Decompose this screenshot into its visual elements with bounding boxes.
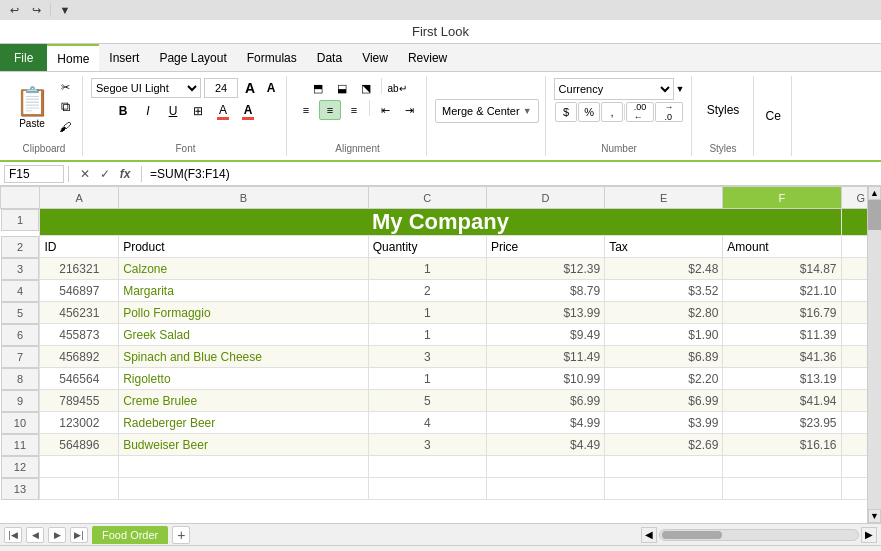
font-name-select[interactable]: Segoe UI Light: [91, 78, 201, 98]
cell-a13[interactable]: [40, 478, 119, 500]
sheet-nav-next-button[interactable]: ▶: [48, 527, 66, 543]
right-align-button[interactable]: ≡: [343, 100, 365, 120]
sheet-nav-prev-button[interactable]: ◀: [26, 527, 44, 543]
col-header-d[interactable]: D: [486, 187, 604, 209]
cell-a12[interactable]: [40, 456, 119, 478]
cell-a5[interactable]: 456231: [40, 302, 119, 324]
cell-a6[interactable]: 455873: [40, 324, 119, 346]
cell-d8[interactable]: $10.99: [486, 368, 604, 390]
cell-d12[interactable]: [486, 456, 604, 478]
redo-button[interactable]: ↪: [26, 2, 46, 18]
cell-c4[interactable]: 2: [368, 280, 486, 302]
header-amount[interactable]: Amount: [723, 236, 841, 258]
styles-button[interactable]: Styles: [703, 99, 744, 121]
cell-b3[interactable]: Calzone: [119, 258, 369, 280]
page-layout-menu-item[interactable]: Page Layout: [149, 44, 236, 71]
cell-e10[interactable]: $3.99: [605, 412, 723, 434]
cell-a3[interactable]: 216321: [40, 258, 119, 280]
cell-d6[interactable]: $9.49: [486, 324, 604, 346]
comma-button[interactable]: ,: [601, 102, 623, 122]
dec-dec-button[interactable]: →.0: [655, 102, 683, 122]
col-header-c[interactable]: C: [368, 187, 486, 209]
cell-b6[interactable]: Greek Salad: [119, 324, 369, 346]
font-color-button[interactable]: A: [237, 100, 259, 122]
cell-d11[interactable]: $4.49: [486, 434, 604, 456]
border-button[interactable]: ⊞: [187, 100, 209, 122]
cell-a11[interactable]: 564896: [40, 434, 119, 456]
review-menu-item[interactable]: Review: [398, 44, 457, 71]
font-grow-button[interactable]: A: [241, 78, 259, 98]
copy-button[interactable]: ⧉: [54, 98, 76, 116]
bot-align-button[interactable]: ⬔: [355, 78, 377, 98]
dollar-button[interactable]: $: [555, 102, 577, 122]
cell-e5[interactable]: $2.80: [605, 302, 723, 324]
cell-d5[interactable]: $13.99: [486, 302, 604, 324]
formula-function-button[interactable]: fx: [117, 166, 133, 182]
cell-f9[interactable]: $41.94: [723, 390, 841, 412]
title-cell[interactable]: My Company: [40, 209, 841, 236]
scrollbar-track[interactable]: [868, 200, 881, 509]
fill-color-button[interactable]: A: [212, 100, 234, 122]
formula-input[interactable]: [146, 167, 877, 181]
vertical-scrollbar[interactable]: ▲ ▼: [867, 186, 881, 523]
formula-cancel-button[interactable]: ✕: [77, 166, 93, 182]
cell-d4[interactable]: $8.79: [486, 280, 604, 302]
cell-a10[interactable]: 123002: [40, 412, 119, 434]
sheet-tab-food-order[interactable]: Food Order: [92, 526, 168, 544]
col-header-f[interactable]: F: [723, 187, 841, 209]
cell-c13[interactable]: [368, 478, 486, 500]
cell-a8[interactable]: 546564: [40, 368, 119, 390]
cell-f12[interactable]: [723, 456, 841, 478]
cell-b9[interactable]: Creme Brulee: [119, 390, 369, 412]
formula-confirm-button[interactable]: ✓: [97, 166, 113, 182]
cell-a7[interactable]: 456892: [40, 346, 119, 368]
header-price[interactable]: Price: [486, 236, 604, 258]
cell-b7[interactable]: Spinach and Blue Cheese: [119, 346, 369, 368]
font-shrink-button[interactable]: A: [262, 78, 280, 98]
header-product[interactable]: Product: [119, 236, 369, 258]
cell-f5[interactable]: $16.79: [723, 302, 841, 324]
home-menu-item[interactable]: Home: [47, 44, 99, 71]
scroll-up-button[interactable]: ▲: [868, 186, 881, 200]
cell-f6[interactable]: $11.39: [723, 324, 841, 346]
number-format-dropdown[interactable]: ▼: [676, 84, 685, 94]
h-scrollbar[interactable]: [659, 529, 859, 541]
cell-c12[interactable]: [368, 456, 486, 478]
font-size-input[interactable]: [204, 78, 238, 98]
undo-button[interactable]: ↩: [4, 2, 24, 18]
bold-button[interactable]: B: [112, 100, 134, 122]
format-painter-button[interactable]: 🖌: [54, 118, 76, 136]
cell-f10[interactable]: $23.95: [723, 412, 841, 434]
formulas-menu-item[interactable]: Formulas: [237, 44, 307, 71]
cell-d3[interactable]: $12.39: [486, 258, 604, 280]
cell-f7[interactable]: $41.36: [723, 346, 841, 368]
cell-e12[interactable]: [605, 456, 723, 478]
left-align-button[interactable]: ≡: [295, 100, 317, 120]
cell-f11[interactable]: $16.16: [723, 434, 841, 456]
scroll-down-button[interactable]: ▼: [868, 509, 881, 523]
wrap-text-button[interactable]: ab↵: [386, 78, 408, 98]
cell-b12[interactable]: [119, 456, 369, 478]
cell-b13[interactable]: [119, 478, 369, 500]
cell-e13[interactable]: [605, 478, 723, 500]
cell-a9[interactable]: 789455: [40, 390, 119, 412]
cell-c8[interactable]: 1: [368, 368, 486, 390]
header-id[interactable]: ID: [40, 236, 119, 258]
col-header-a[interactable]: A: [40, 187, 119, 209]
cell-b11[interactable]: Budweiser Beer: [119, 434, 369, 456]
customize-button[interactable]: ▼: [55, 2, 75, 18]
cell-e3[interactable]: $2.48: [605, 258, 723, 280]
scrollbar-thumb[interactable]: [868, 200, 881, 230]
top-align-button[interactable]: ⬒: [307, 78, 329, 98]
sheet-nav-first-button[interactable]: |◀: [4, 527, 22, 543]
dec-inc-button[interactable]: .00←: [626, 102, 654, 122]
italic-button[interactable]: I: [137, 100, 159, 122]
file-menu-item[interactable]: File: [0, 44, 47, 71]
cell-c5[interactable]: 1: [368, 302, 486, 324]
cell-b8[interactable]: Rigoletto: [119, 368, 369, 390]
cell-b10[interactable]: Radeberger Beer: [119, 412, 369, 434]
col-header-b[interactable]: B: [119, 187, 369, 209]
add-sheet-button[interactable]: +: [172, 526, 190, 544]
decrease-indent-button[interactable]: ⇤: [374, 100, 396, 120]
cell-e11[interactable]: $2.69: [605, 434, 723, 456]
